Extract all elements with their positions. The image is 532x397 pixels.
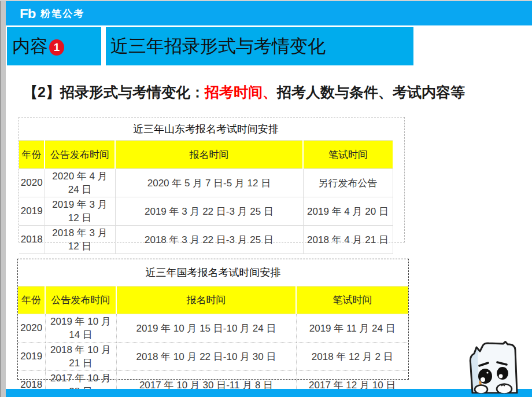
slide-header: 内容 1 近三年招录形式与考情变化 — [7, 27, 413, 65]
number-1-badge: 1 — [49, 39, 64, 56]
subtitle-text: 【2】招录形式与考情变化： — [23, 84, 205, 100]
mascot-left-paw — [475, 385, 487, 394]
year-cell: 2019 — [18, 343, 45, 371]
fenbi-chalk-mascot — [458, 339, 530, 394]
column-header-year: 年份 — [19, 141, 45, 169]
table-cell: 2019 年 4 月 20 日 — [303, 197, 393, 226]
top-brand-bar: Fb 粉笔公考 — [6, 1, 532, 25]
table-cell: 2018 年 12 月 2 日 — [296, 343, 408, 371]
column-header-announcement-date: 公告发布时间 — [45, 286, 116, 314]
column-header-written-test-date: 笔试时间 — [303, 141, 393, 169]
table-row: 2020 2019 年 10 月 14 日 2019 年 10 月 15 日-1… — [18, 314, 408, 343]
table-title: 近三年山东考报名考试时间安排 — [19, 117, 393, 141]
table-cell: 2019 年 10 月 14 日 — [45, 314, 116, 343]
table-cell: 2018 年 4 月 21 日 — [303, 226, 393, 254]
table-cell: 2018 年 3 月 22 日-3 月 25 日 — [115, 226, 303, 254]
table-row: 2020 2020 年 4 月 24 日 2020 年 5 月 7 日-5 月 … — [19, 169, 393, 197]
subtitle-line: 【2】招录形式与考情变化：招考时间、招考人数与条件、考试内容等 — [23, 83, 465, 102]
national-exam-schedule-table: 近三年国考报名考试时间安排 年份 公告发布时间 报名时间 笔试时间 2020 2… — [17, 259, 409, 380]
table-cell: 另行发布公告 — [303, 169, 393, 197]
year-cell: 2020 — [18, 314, 45, 343]
table-title: 近三年国考报名考试时间安排 — [18, 259, 408, 286]
content-label: 内容 — [12, 34, 48, 58]
column-header-registration-period: 报名时间 — [115, 141, 303, 169]
year-cell: 2019 — [19, 197, 45, 226]
table-cell: 2018 年 10 月 22 日-10 月 30 日 — [116, 343, 296, 371]
column-header-registration-period: 报名时间 — [116, 286, 296, 314]
table-row: 2019 2018 年 10 月 21 日 2018 年 10 月 22 日-1… — [18, 343, 408, 371]
table-cell: 2020 年 4 月 24 日 — [45, 169, 115, 197]
year-cell: 2020 — [19, 169, 45, 197]
table-cell: 2018 年 3 月 12 日 — [45, 226, 115, 254]
table-row: 2019 2019 年 3 月 12 日 2019 年 3 月 22 日-3 月… — [19, 197, 393, 226]
table-cell: 2019 年 11 月 24 日 — [296, 314, 408, 343]
shandong-exam-schedule-table: 近三年山东考报名考试时间安排 年份 公告发布时间 报名时间 笔试时间 2020 … — [19, 117, 405, 242]
year-cell: 2018 — [19, 226, 45, 254]
table-cell: 2020 年 5 月 7 日-5 月 12 日 — [115, 169, 303, 197]
table-cell: 2018 年 10 月 21 日 — [45, 343, 116, 371]
section-title: 近三年招录形式与考情变化 — [110, 34, 326, 58]
table-row: 2018 2018 年 3 月 12 日 2018 年 3 月 22 日-3 月… — [19, 226, 393, 254]
table-cell: 2019 年 3 月 12 日 — [45, 197, 115, 226]
column-header-written-test-date: 笔试时间 — [296, 286, 408, 314]
table-cell: 2019 年 10 月 15 日-10 月 24 日 — [116, 314, 296, 343]
mascot-right-eye — [497, 367, 508, 380]
content-label-box: 内容 1 — [7, 27, 101, 65]
brand-name: 粉笔公考 — [40, 7, 84, 20]
section-title-box: 近三年招录形式与考情变化 — [106, 27, 413, 65]
left-frame-edge — [0, 0, 6, 397]
subtitle-tail: 招考人数与条件、考试内容等 — [277, 84, 465, 100]
table-cell: 2019 年 3 月 22 日-3 月 25 日 — [115, 197, 303, 226]
column-header-year: 年份 — [18, 286, 45, 314]
bottom-brand-bar — [6, 389, 532, 397]
subtitle-highlight: 招考时间、 — [205, 84, 277, 100]
column-header-announcement-date: 公告发布时间 — [45, 141, 115, 169]
header-divider — [101, 27, 106, 65]
fenbi-logo-icon: Fb — [20, 6, 35, 21]
